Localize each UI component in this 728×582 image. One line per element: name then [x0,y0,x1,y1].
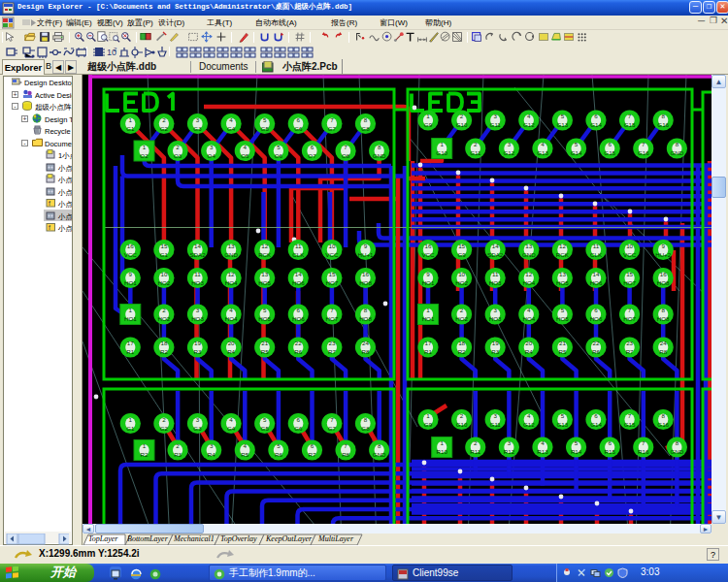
svg-text:HO5: HO5 [258,279,271,286]
svg-text:VCC: VCC [325,251,339,258]
svg-text:1: 1 [129,307,133,313]
svg-text:5: 5 [263,116,267,123]
svg-text:6: 6 [297,307,301,313]
svg-text:3: 3 [196,116,200,123]
svg-text:R3: R3 [174,451,182,458]
svg-text:G9: G9 [424,121,433,128]
svg-text:8: 8 [378,442,381,449]
svg-text:G4: G4 [227,425,236,432]
svg-text:15: 15 [328,271,335,277]
svg-text:SDA2: SDA2 [487,251,504,258]
svg-text:2: 2 [176,144,180,150]
svg-text:17: 17 [127,340,134,346]
svg-text:5: 5 [575,141,579,147]
svg-text:G15: G15 [624,421,636,428]
svg-text:HO3: HO3 [191,279,204,286]
svg-text:21: 21 [261,340,268,346]
svg-text:O6: O6 [275,152,283,159]
svg-text:R10: R10 [437,448,448,455]
svg-text:2: 2 [474,439,478,446]
svg-text:3: 3 [196,307,200,313]
svg-text:4: 4 [244,144,248,150]
svg-text:HO7: HO7 [623,279,636,286]
svg-text:13: 13 [525,242,532,249]
svg-text:24: 24 [660,340,667,346]
svg-text:R4: R4 [208,451,215,458]
svg-text:HO6: HO6 [292,279,305,286]
svg-text:6: 6 [311,144,314,150]
svg-text:G12: G12 [523,421,535,428]
svg-text:GND: GND [522,251,536,258]
svg-text:6: 6 [608,439,612,446]
svg-text:9: 9 [661,242,665,249]
svg-text:O5: O5 [241,152,249,159]
svg-text:1: 1 [143,144,147,150]
svg-text:G11: G11 [490,421,502,428]
svg-text:R12: R12 [504,448,515,455]
svg-text:G6: G6 [294,425,303,432]
svg-text:12: 12 [559,242,566,249]
svg-text:5: 5 [263,307,267,313]
svg-text:G8: G8 [361,425,370,432]
svg-text:14: 14 [194,242,201,249]
svg-text:7: 7 [628,307,632,313]
svg-text:5: 5 [561,113,565,119]
svg-text:VCC: VCC [623,251,637,258]
svg-text:GND: GND [373,451,386,458]
svg-text:R2: R2 [458,348,466,355]
svg-text:G14: G14 [590,121,602,128]
svg-text:23: 23 [328,340,335,346]
svg-text:CLK: CLK [292,251,305,258]
svg-text:R14: R14 [571,448,582,455]
svg-text:8: 8 [661,412,665,419]
svg-text:6: 6 [594,307,598,313]
svg-text:G6: G6 [294,125,303,132]
svg-text:HO4: HO4 [225,279,238,286]
svg-text:2: 2 [162,116,166,123]
svg-text:GND: GND [671,448,684,455]
svg-text:19: 19 [492,340,499,346]
svg-text:HU+1: HU+1 [358,251,375,258]
svg-text:R2: R2 [141,451,149,458]
svg-text:1: 1 [143,442,147,449]
svg-text:HO1: HO1 [124,315,137,322]
svg-text:7: 7 [330,416,334,423]
svg-text:G8: G8 [361,125,370,132]
svg-text:G13: G13 [557,421,569,428]
svg-text:R6: R6 [275,451,282,458]
svg-text:G13: G13 [557,121,569,128]
svg-text:8: 8 [676,141,679,147]
svg-text:11: 11 [295,242,302,249]
svg-text:R6: R6 [592,348,600,355]
svg-text:R7: R7 [626,348,634,355]
svg-text:2: 2 [460,412,464,419]
svg-text:20: 20 [228,340,235,346]
svg-text:11: 11 [593,242,600,249]
svg-text:HO7: HO7 [623,315,636,322]
svg-text:G1: G1 [160,251,169,258]
svg-text:SDA2: SDA2 [189,251,206,258]
svg-text:10: 10 [160,271,167,277]
svg-text:16: 16 [127,242,134,249]
svg-text:O2: O2 [140,152,149,159]
svg-text:2: 2 [474,141,478,147]
svg-text:5: 5 [277,442,281,449]
svg-text:HO6: HO6 [292,315,305,322]
svg-text:4: 4 [527,412,531,419]
svg-text:VCC: VCC [421,251,435,258]
svg-text:3: 3 [196,416,200,423]
svg-text:4: 4 [229,307,233,313]
svg-text:HO1: HO1 [422,315,435,322]
svg-text:G2: G2 [160,425,169,432]
svg-text:R7: R7 [328,348,336,355]
svg-text:RCK: RCK [556,251,570,258]
svg-text:HO8: HO8 [657,279,670,286]
svg-text:HU+2: HU+2 [655,251,672,258]
svg-text:1: 1 [426,412,430,419]
svg-text:3: 3 [210,144,214,150]
svg-text:3: 3 [493,412,497,419]
svg-text:7: 7 [642,439,645,446]
svg-text:4: 4 [244,442,248,449]
svg-text:HO5: HO5 [556,315,569,322]
svg-text:6: 6 [297,416,301,423]
